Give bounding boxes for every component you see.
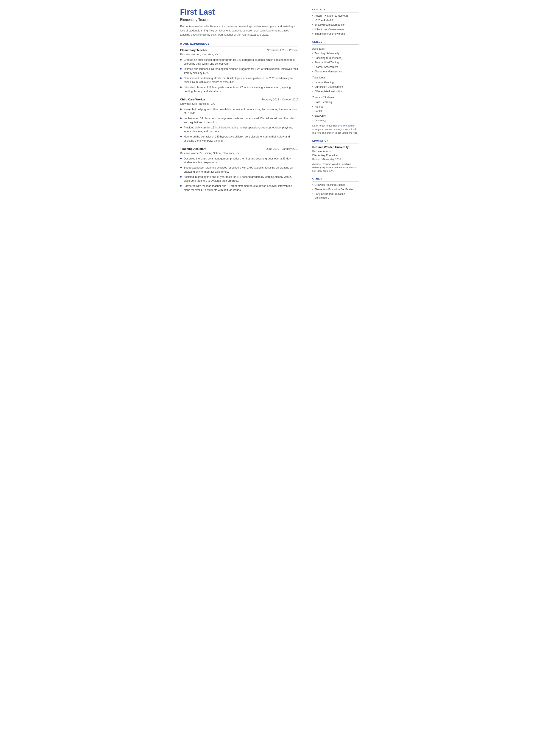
bullet-1-2: Initiated and launched 13 reading interv… xyxy=(180,67,298,75)
job-bullets-2: Prevented bullying and other unsuitable … xyxy=(180,107,298,143)
bullet-dot xyxy=(180,108,182,110)
scan-note: Don't forget to use Resume Worded to sca… xyxy=(312,124,358,135)
hard-skills-list: Teaching (Advanced) Coaching (Experience… xyxy=(312,51,358,73)
work-experience-title: WORK EXPERIENCE xyxy=(180,42,298,47)
other-item-3: Early Childhood Education Certification. xyxy=(312,192,358,200)
job-company-1: Resume Worded, New York, NY xyxy=(180,53,298,57)
bullet-3-1: Observed the classroom management practi… xyxy=(180,157,298,165)
hard-skill-4: Learner Assessment xyxy=(312,65,358,69)
tool-1: Haiku Learning xyxy=(312,100,358,104)
hard-skills-label: Hard Skills: xyxy=(312,47,358,51)
hard-skill-3: Standardized Testing xyxy=(312,61,358,65)
bullet-1-4: Educated classes of 19 first-grade stude… xyxy=(180,85,298,94)
job-dates-3: June 2010 – January 2013 xyxy=(266,147,298,151)
bullet-1-1: Created an after-school tutoring program… xyxy=(180,58,298,66)
bullet-dot xyxy=(180,77,182,79)
job-block-3: Teaching Assistant June 2010 – January 2… xyxy=(180,147,298,192)
tool-2: Kahoot xyxy=(312,105,358,109)
education-section: EDUCATION Resume Worded University Bache… xyxy=(312,139,358,173)
job-company-2: Growthsi, San Francisco, CA xyxy=(180,102,298,106)
job-title-1: Elementary Teacher xyxy=(180,48,208,52)
skills-title: SKILLS xyxy=(312,40,358,45)
bullet-dot xyxy=(180,59,182,61)
technique-1: Lesson Planning xyxy=(312,80,358,84)
hard-skill-1: Teaching (Advanced) xyxy=(312,51,358,55)
contact-item-5: github.com/resumeworded xyxy=(312,32,358,36)
contact-title: CONTACT xyxy=(312,8,358,13)
other-item-1: Growthsi Teaching License xyxy=(312,183,358,187)
edu-awards: Awards: Resume Worded Teaching Fellow (o… xyxy=(312,162,358,173)
hard-skill-2: Coaching (Experienced) xyxy=(312,56,358,60)
job-dates-2: February 2013 – October 2015 xyxy=(262,98,298,102)
contact-item-4: linkedin.com/in/username xyxy=(312,27,358,31)
techniques-list: Lesson Planning Curriculum Development D… xyxy=(312,80,358,93)
job-title-3: Teaching Assistant xyxy=(180,147,207,151)
other-list: Growthsi Teaching License Elementary Edu… xyxy=(312,183,358,200)
edu-university: Resume Worded University xyxy=(312,145,358,149)
techniques-label: Techniques: xyxy=(312,76,358,79)
tool-5: Schoology xyxy=(312,118,358,122)
technique-2: Curriculum Development xyxy=(312,85,358,89)
bullet-2-4: Monitored the behavior of 140 hyperactiv… xyxy=(180,135,298,143)
bullet-2-3: Provided daily care for 123 children, in… xyxy=(180,126,298,134)
job-bullets-1: Created an after-school tutoring program… xyxy=(180,58,298,94)
edu-location: Boston, MA — May 2010 xyxy=(312,157,358,161)
work-experience-section: WORK EXPERIENCE Elementary Teacher Novem… xyxy=(180,42,298,192)
bullet-3-2: Suggested lesson planning activities for… xyxy=(180,166,298,174)
contact-item-2: +1-234-456-789 xyxy=(312,18,358,22)
job-dates-1: November 2015 – Present xyxy=(267,48,298,52)
job-header-1: Elementary Teacher November 2015 – Prese… xyxy=(180,48,298,52)
bullet-dot xyxy=(180,185,182,187)
other-title: OTHER xyxy=(312,177,358,182)
bullet-dot xyxy=(180,86,182,88)
left-column: First Last Elementary Teacher Elementary… xyxy=(171,0,306,274)
bullet-dot xyxy=(180,127,182,128)
hard-skill-5: Classroom Management xyxy=(312,70,358,73)
job-company-3: Resume Worded's Exciting School, New Yor… xyxy=(180,151,298,155)
bullet-2-1: Prevented bullying and other unsuitable … xyxy=(180,107,298,116)
candidate-name: First Last xyxy=(180,8,298,16)
contact-list: Austin, TX (Open to Remote) +1-234-456-7… xyxy=(312,14,358,36)
bullet-2-2: Implemented 14 classroom management syst… xyxy=(180,116,298,125)
contact-section: CONTACT Austin, TX (Open to Remote) +1-2… xyxy=(312,8,358,36)
right-column: CONTACT Austin, TX (Open to Remote) +1-2… xyxy=(306,0,365,274)
other-section: OTHER Growthsi Teaching License Elementa… xyxy=(312,177,358,200)
scan-note-before: Don't forget to use xyxy=(312,124,333,127)
contact-item-3: email@resumeworded.com xyxy=(312,23,358,27)
bullet-1-3: Championed fundraising efforts for 36 fi… xyxy=(180,76,298,84)
contact-item-1: Austin, TX (Open to Remote) xyxy=(312,14,358,18)
job-block-2: Child Care Worker February 2013 – Octobe… xyxy=(180,98,298,143)
bullet-dot xyxy=(180,118,182,119)
resume-page: First Last Elementary Teacher Elementary… xyxy=(171,0,365,274)
job-block-1: Elementary Teacher November 2015 – Prese… xyxy=(180,48,298,94)
resume-worded-link[interactable]: Resume Worded xyxy=(333,124,352,127)
edu-degree: Bachelor of Arts xyxy=(312,149,358,153)
education-title: EDUCATION xyxy=(312,139,358,144)
tool-3: Padlet xyxy=(312,109,358,113)
bullet-dot xyxy=(180,167,182,168)
candidate-title: Elementary Teacher xyxy=(180,17,298,22)
tools-label: Tools and Software: xyxy=(312,96,358,99)
bullet-dot xyxy=(180,68,182,70)
bullet-dot xyxy=(180,176,182,178)
job-title-2: Child Care Worker xyxy=(180,98,206,102)
job-bullets-3: Observed the classroom management practi… xyxy=(180,157,298,192)
tool-4: EasyCBM xyxy=(312,114,358,118)
tools-list: Haiku Learning Kahoot Padlet EasyCBM Sch… xyxy=(312,100,358,122)
resume-header: First Last Elementary Teacher Elementary… xyxy=(180,8,298,37)
candidate-summary: Elementary teacher with 10 years of expe… xyxy=(180,25,298,37)
other-item-2: Elementary Education Certification. xyxy=(312,187,358,191)
job-header-2: Child Care Worker February 2013 – Octobe… xyxy=(180,98,298,102)
bullet-dot xyxy=(180,136,182,137)
bullet-3-4: Partnered with the lead teacher and 18 o… xyxy=(180,184,298,192)
technique-3: Differentiated Instruction xyxy=(312,90,358,93)
edu-field: Elementary Education xyxy=(312,154,358,157)
bullet-3-3: Assisted in grading the end-of-year test… xyxy=(180,175,298,183)
job-header-3: Teaching Assistant June 2010 – January 2… xyxy=(180,147,298,151)
bullet-dot xyxy=(180,158,182,159)
skills-section: SKILLS Hard Skills: Teaching (Advanced) … xyxy=(312,40,358,135)
